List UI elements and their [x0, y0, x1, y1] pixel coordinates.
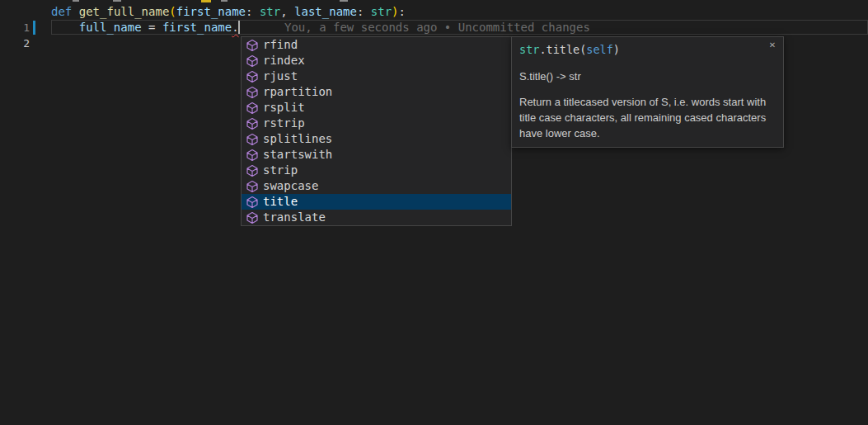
code-token [51, 21, 79, 34]
symbol-method-icon [246, 149, 259, 162]
clipped-text-fragment [73, 0, 79, 2]
docs-signature: str.title(self) [519, 42, 775, 58]
symbol-method-icon [246, 133, 259, 146]
suggest-item-label: splitlines [263, 131, 332, 147]
code-token: full_name [79, 21, 142, 34]
code-token: first_name [176, 5, 246, 18]
code-line-1[interactable]: 1 def get_full_name(first_name: str, las… [0, 4, 868, 20]
line-number-2: 2 [0, 35, 30, 51]
suggest-item-label: rfind [263, 37, 298, 53]
suggest-item-label: rstrip [263, 116, 305, 131]
symbol-method-icon [246, 102, 259, 115]
code-token: first_name [162, 21, 232, 34]
code-token: last_name [294, 5, 357, 18]
suggest-docs-panel: str.title(self) ✕ S.title() -> str Retur… [511, 36, 784, 148]
suggest-item-rfind[interactable]: rfind [242, 37, 511, 53]
code-token [72, 5, 78, 18]
symbol-method-icon [246, 70, 259, 83]
suggest-item-label: translate [263, 210, 326, 225]
suggest-list: rfind rindex rjust rpartition rsplit rst… [242, 37, 511, 225]
code-token: : [399, 5, 406, 18]
clipped-text-fragment [201, 0, 211, 2]
code-token: ) [392, 5, 398, 18]
code-editor-screen: { "palette": { "keyword": "#569CD6", "fu… [0, 0, 868, 425]
docs-subtitle: S.title() -> str [519, 68, 775, 84]
code-token: ( [169, 5, 176, 18]
suggest-item-rpartition[interactable]: rpartition [242, 84, 511, 100]
suggest-item-label: rindex [263, 53, 305, 68]
suggest-item-rjust[interactable]: rjust [242, 68, 511, 84]
suggest-item-startswith[interactable]: startswith [242, 147, 511, 163]
symbol-method-icon [246, 180, 259, 193]
suggest-item-label: title [263, 194, 298, 210]
suggest-item-label: rjust [263, 68, 298, 84]
code-line-1-content: def get_full_name(first_name: str, last_… [51, 4, 406, 20]
code-token: get_full_name [79, 5, 170, 18]
gutter-modified-indicator [33, 21, 35, 35]
symbol-method-icon [246, 211, 259, 224]
close-icon[interactable]: ✕ [767, 40, 778, 51]
text-cursor [238, 21, 240, 34]
clipped-text-fragment [221, 0, 228, 2]
suggest-item-title[interactable]: title [242, 194, 511, 210]
clipped-text-fragment [113, 0, 121, 2]
clipped-text-fragment [340, 0, 348, 2]
suggest-item-splitlines[interactable]: splitlines [242, 131, 511, 147]
symbol-method-icon [246, 39, 259, 52]
code-token: str [260, 5, 280, 18]
symbol-method-icon [246, 86, 259, 99]
code-token: str [519, 43, 539, 56]
suggest-item-rindex[interactable]: rindex [242, 53, 511, 68]
suggest-item-label: swapcase [263, 178, 318, 194]
code-token: def [51, 5, 72, 18]
suggest-item-rstrip[interactable]: rstrip [242, 116, 511, 131]
suggest-item-swapcase[interactable]: swapcase [242, 178, 511, 194]
suggest-item-strip[interactable]: strip [242, 163, 511, 178]
code-token: : [357, 5, 371, 18]
code-token: : [246, 5, 260, 18]
code-token: str [371, 5, 392, 18]
suggest-item-translate[interactable]: translate [242, 210, 511, 225]
code-token: = [142, 21, 162, 34]
suggest-item-label: startswith [263, 147, 332, 163]
git-blame-annotation: You, a few seconds ago • Uncommitted cha… [284, 20, 590, 35]
suggest-item-rsplit[interactable]: rsplit [242, 100, 511, 116]
symbol-method-icon [246, 117, 259, 130]
suggest-item-label: strip [263, 163, 298, 178]
code-token: .title( [539, 43, 586, 56]
autocomplete-suggest-widget[interactable]: rfind rindex rjust rpartition rsplit rst… [241, 36, 512, 226]
code-token: self [586, 43, 613, 56]
code-token: , [280, 5, 294, 18]
suggest-item-label: rpartition [263, 84, 332, 100]
symbol-method-icon [246, 164, 259, 177]
code-token: ) [613, 43, 620, 56]
suggest-item-label: rsplit [263, 100, 305, 116]
code-line-2-content: full_name = first_name. [51, 20, 239, 35]
symbol-method-icon [246, 196, 259, 209]
symbol-method-icon [246, 54, 259, 68]
docs-body: Return a titlecased version of S, i.e. w… [519, 94, 773, 141]
